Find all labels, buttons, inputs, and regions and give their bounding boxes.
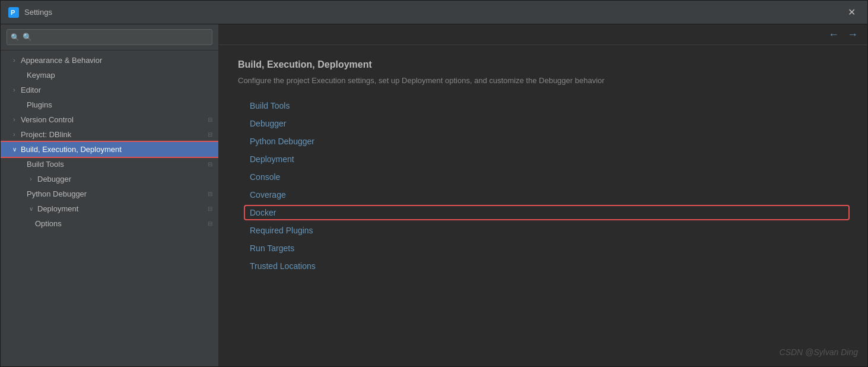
sidebar-item-build-tools[interactable]: Build Tools ⊟	[1, 157, 218, 172]
main-panel: ← → Build, Execution, Deployment Configu…	[219, 24, 867, 366]
sidebar-item-label: Appearance & Behavior	[21, 56, 212, 65]
lock-icon: ⊟	[208, 131, 212, 138]
chevron-down-icon: ∨	[27, 205, 35, 213]
main-toolbar: ← →	[219, 24, 867, 45]
section-title: Build, Execution, Deployment	[238, 59, 848, 70]
sidebar-item-label: Version Control	[21, 115, 208, 124]
link-run-targets[interactable]: Run Targets	[245, 242, 848, 255]
sidebar: 🔍 › Appearance & Behavior Keymap › Edit	[1, 24, 219, 366]
search-box: 🔍	[1, 24, 218, 50]
sidebar-item-python-debugger[interactable]: Python Debugger ⊟	[1, 186, 218, 201]
chevron-icon: ›	[10, 86, 18, 94]
chevron-icon: ›	[10, 131, 18, 139]
sidebar-item-appearance[interactable]: › Appearance & Behavior	[1, 53, 218, 68]
links-list: Build Tools Debugger Python Debugger Dep…	[245, 99, 848, 273]
chevron-icon: ›	[27, 175, 35, 184]
sidebar-item-editor[interactable]: › Editor	[1, 83, 218, 97]
sidebar-item-label: Plugins	[27, 100, 212, 109]
sidebar-item-label: Python Debugger	[27, 189, 208, 198]
forward-button[interactable]: →	[845, 28, 860, 41]
search-input[interactable]	[7, 29, 212, 45]
sidebar-item-build-exec-deploy[interactable]: ∨ Build, Execution, Deployment	[1, 142, 218, 157]
link-console[interactable]: Console	[245, 170, 848, 184]
lock-icon: ⊟	[208, 191, 212, 197]
link-required-plugins[interactable]: Required Plugins	[245, 224, 848, 237]
sidebar-item-label: Build Tools	[27, 160, 208, 169]
sidebar-item-label: Debugger	[37, 175, 212, 184]
close-button[interactable]: ✕	[843, 5, 860, 20]
section-description: Configure the project Execution settings…	[238, 76, 848, 85]
link-deployment[interactable]: Deployment	[245, 153, 848, 166]
sidebar-item-debugger[interactable]: › Debugger	[1, 172, 218, 186]
back-button[interactable]: ←	[826, 28, 841, 41]
sidebar-item-label: Editor	[21, 86, 212, 94]
content-area: 🔍 › Appearance & Behavior Keymap › Edit	[1, 24, 867, 366]
sidebar-item-project-dblink[interactable]: › Project: DBlink ⊟	[1, 127, 218, 142]
settings-window: P Settings ✕ 🔍 › Appearance & Behavior	[0, 0, 868, 367]
sidebar-item-label: Options	[35, 219, 208, 228]
lock-icon: ⊟	[208, 205, 212, 212]
sidebar-item-deployment[interactable]: ∨ Deployment ⊟	[1, 201, 218, 216]
link-build-tools[interactable]: Build Tools	[245, 99, 848, 112]
chevron-icon: ›	[10, 116, 18, 124]
link-trusted-locations[interactable]: Trusted Locations	[245, 260, 848, 273]
lock-icon: ⊟	[208, 220, 212, 227]
search-icon: 🔍	[11, 33, 20, 42]
link-coverage[interactable]: Coverage	[245, 188, 848, 201]
sidebar-item-label: Keymap	[27, 71, 212, 80]
svg-text:P: P	[11, 9, 15, 16]
titlebar: P Settings ✕	[1, 1, 867, 24]
search-wrapper: 🔍	[7, 29, 212, 45]
lock-icon: ⊟	[208, 116, 212, 123]
sidebar-item-label: Project: DBlink	[21, 130, 208, 139]
sidebar-item-label: Deployment	[37, 204, 208, 213]
chevron-icon: ›	[10, 56, 18, 65]
sidebar-item-options[interactable]: Options ⊟	[1, 216, 218, 231]
main-content: Build, Execution, Deployment Configure t…	[219, 45, 867, 366]
chevron-down-icon: ∨	[10, 145, 18, 154]
link-debugger[interactable]: Debugger	[245, 117, 848, 130]
sidebar-item-version-control[interactable]: › Version Control ⊟	[1, 112, 218, 127]
sidebar-item-label: Build, Execution, Deployment	[21, 145, 212, 154]
app-icon: P	[8, 7, 20, 18]
window-title: Settings	[24, 8, 843, 17]
link-python-debugger[interactable]: Python Debugger	[245, 135, 848, 148]
lock-icon: ⊟	[208, 161, 212, 167]
nav-tree: › Appearance & Behavior Keymap › Editor …	[1, 50, 218, 233]
sidebar-item-plugins[interactable]: Plugins	[1, 97, 218, 112]
link-docker[interactable]: Docker	[245, 206, 848, 219]
sidebar-item-keymap[interactable]: Keymap	[1, 68, 218, 83]
